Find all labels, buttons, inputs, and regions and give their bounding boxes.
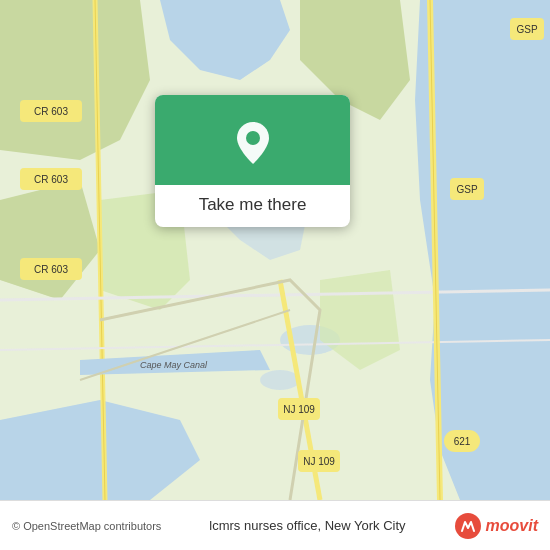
svg-point-20 [246, 131, 260, 145]
location-pin-icon [228, 117, 278, 167]
svg-text:GSP: GSP [516, 24, 537, 35]
moovit-icon [454, 512, 482, 540]
svg-text:GSP: GSP [456, 184, 477, 195]
take-me-there-label: Take me there [199, 185, 307, 227]
bottom-bar: © OpenStreetMap contributors lcmrs nurse… [0, 500, 550, 550]
card-green-section [155, 95, 350, 185]
moovit-text: moovit [486, 517, 538, 535]
svg-text:621: 621 [454, 436, 471, 447]
svg-text:NJ 109: NJ 109 [303, 456, 335, 467]
take-me-there-card[interactable]: Take me there [155, 95, 350, 227]
svg-point-2 [260, 370, 300, 390]
map-background: CR 603 CR 603 CR 603 GSP GSP NJ 109 NJ 1… [0, 0, 550, 500]
svg-text:CR 603: CR 603 [34, 106, 68, 117]
svg-text:CR 603: CR 603 [34, 264, 68, 275]
svg-text:Cape May Canal: Cape May Canal [140, 360, 208, 370]
svg-text:CR 603: CR 603 [34, 174, 68, 185]
svg-text:NJ 109: NJ 109 [283, 404, 315, 415]
osm-credit: © OpenStreetMap contributors [12, 520, 161, 532]
map-container: CR 603 CR 603 CR 603 GSP GSP NJ 109 NJ 1… [0, 0, 550, 500]
moovit-logo: moovit [454, 512, 538, 540]
location-title: lcmrs nurses office, New York City [209, 518, 405, 533]
